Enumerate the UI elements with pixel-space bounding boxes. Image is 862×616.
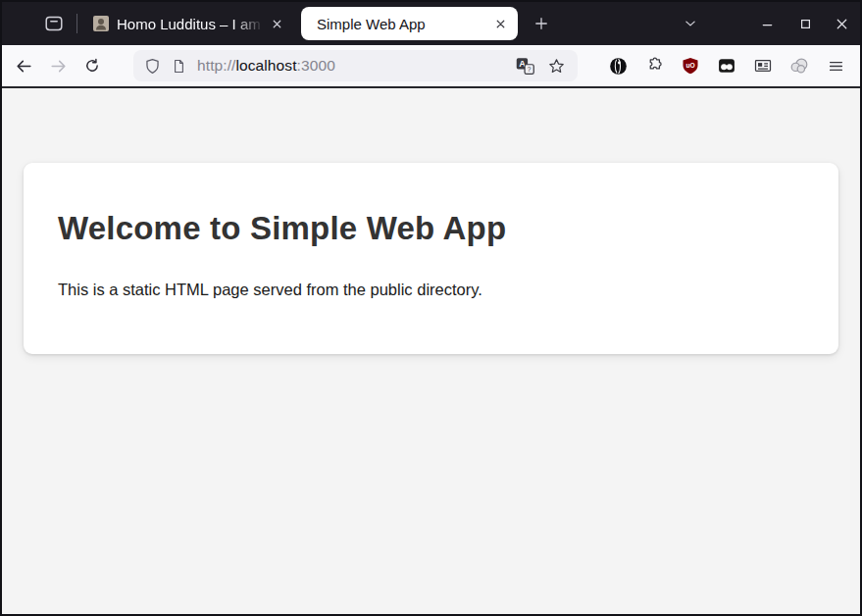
- ublock-label: uO: [685, 62, 694, 69]
- page-icon: [171, 58, 187, 75]
- tab-bar: Homo Ludditus – I am Simple Web App: [2, 2, 860, 45]
- url-protocol: http://: [197, 57, 235, 74]
- extensions-puzzle-icon: [644, 56, 664, 76]
- close-icon: [271, 18, 283, 30]
- shield-icon: [143, 57, 162, 76]
- translate-button[interactable]: A ?: [513, 54, 536, 77]
- url-text[interactable]: http://localhost:3000: [197, 57, 335, 75]
- ublock-origin-icon: uO: [681, 56, 700, 76]
- tampermonkey-icon: [717, 56, 736, 76]
- newspaper-icon: [753, 56, 773, 76]
- maximize-icon: [797, 16, 814, 32]
- translate-icon: A ?: [515, 56, 535, 77]
- extension-toolbar: uO: [603, 51, 850, 80]
- navigation-toolbar: http://localhost:3000 A ?: [2, 45, 860, 88]
- url-port: :3000: [297, 57, 335, 74]
- reload-button[interactable]: [76, 50, 108, 81]
- reload-icon: [83, 57, 101, 75]
- chevron-down-icon: [682, 15, 699, 32]
- forward-button[interactable]: [42, 50, 74, 81]
- extensions-button[interactable]: [639, 51, 669, 80]
- tab-simple-web-app[interactable]: Simple Web App: [301, 7, 518, 40]
- page-content: Welcome to Simple Web App This is a stat…: [2, 88, 860, 614]
- url-host: localhost: [235, 57, 296, 74]
- content-card: Welcome to Simple Web App This is a stat…: [24, 163, 838, 354]
- close-icon: [834, 16, 850, 32]
- tab-close-button[interactable]: [490, 14, 510, 33]
- browser-window: Homo Ludditus – I am Simple Web App: [0, 0, 862, 616]
- star-icon: [547, 57, 566, 76]
- newspaper-extension-button[interactable]: [748, 51, 778, 80]
- avatar-favicon: [93, 16, 109, 31]
- back-button[interactable]: [8, 50, 39, 81]
- list-all-tabs-button[interactable]: [677, 10, 704, 37]
- url-bar[interactable]: http://localhost:3000 A ?: [133, 50, 578, 81]
- tab-title: Simple Web App: [317, 16, 490, 32]
- minimize-icon: [759, 16, 776, 32]
- close-window-button[interactable]: [828, 10, 855, 37]
- plus-icon: [532, 15, 550, 32]
- tab-homo-ludditus[interactable]: Homo Ludditus – I am: [83, 7, 292, 40]
- ublock-origin-button[interactable]: uO: [676, 51, 705, 80]
- page-info-button[interactable]: [171, 58, 187, 75]
- menu-button[interactable]: [821, 51, 850, 80]
- tab-separator: [76, 14, 77, 33]
- globe-extension-icon: [608, 56, 629, 77]
- new-tab-button[interactable]: [528, 10, 555, 37]
- tampermonkey-button[interactable]: [712, 51, 741, 80]
- maximize-button[interactable]: [791, 10, 819, 37]
- tab-title: Homo Ludditus – I am: [117, 16, 267, 32]
- page-paragraph: This is a static HTML page served from t…: [58, 281, 804, 299]
- account-button[interactable]: [785, 51, 814, 80]
- arrow-left-icon: [15, 57, 33, 76]
- tracking-protection-button[interactable]: [143, 57, 162, 76]
- firefox-view-icon: [43, 13, 65, 34]
- globe-extension-button[interactable]: [603, 51, 633, 80]
- bookmark-button[interactable]: [544, 54, 568, 77]
- close-icon: [494, 18, 507, 30]
- firefox-view-button[interactable]: [40, 10, 68, 37]
- tab-close-button[interactable]: [267, 14, 286, 33]
- account-cloud-icon: [788, 55, 810, 77]
- arrow-right-icon: [49, 57, 68, 76]
- hamburger-menu-icon: [827, 57, 845, 76]
- svg-text:?: ?: [527, 66, 531, 73]
- page-heading: Welcome to Simple Web App: [58, 163, 804, 247]
- minimize-button[interactable]: [753, 10, 781, 37]
